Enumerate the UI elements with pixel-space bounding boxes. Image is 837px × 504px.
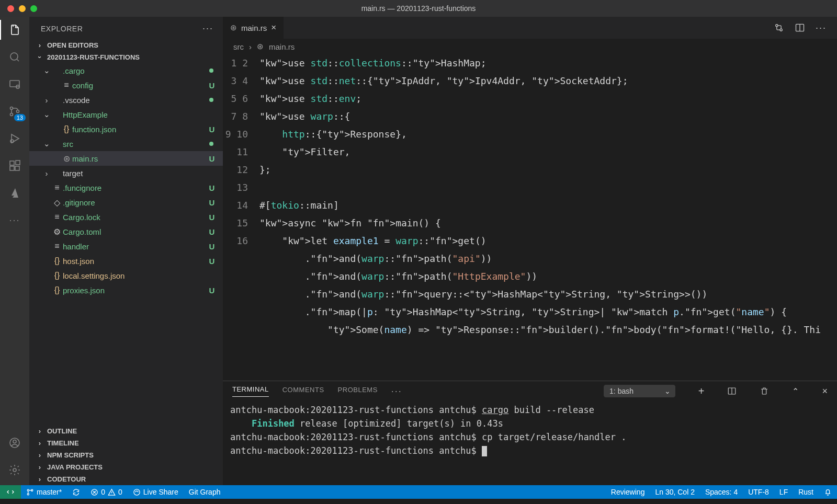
sidebar-title: EXPLORER [41, 25, 83, 33]
terminal-output[interactable]: antchu-macbook:20201123-rust-functions a… [223, 401, 837, 485]
svg-point-19 [27, 493, 29, 495]
file-tree-item[interactable]: ≡configU [29, 78, 223, 93]
errors-warnings[interactable]: 0 0 [85, 485, 128, 499]
split-editor-icon[interactable] [795, 22, 805, 33]
svg-point-22 [134, 489, 140, 495]
tab-label: main.rs [241, 24, 267, 32]
search-icon[interactable] [7, 49, 22, 65]
project-section[interactable]: ›20201123-RUST-FUNCTIONS [29, 51, 223, 63]
tab-main-rs[interactable]: ⊛ main.rs × [223, 17, 284, 39]
file-tree-item[interactable]: ◇.gitignoreU [29, 195, 223, 210]
cursor-position[interactable]: Ln 30, Col 2 [650, 485, 700, 499]
indentation[interactable]: Spaces: 4 [700, 485, 743, 499]
file-tree-item[interactable]: ⌄HttpExample [29, 107, 223, 122]
close-panel-icon[interactable]: × [822, 386, 828, 397]
close-window[interactable] [7, 5, 14, 12]
eol[interactable]: LF [774, 485, 793, 499]
svg-point-3 [10, 107, 13, 110]
svg-point-15 [780, 29, 782, 31]
open-editors-section[interactable]: ›OPEN EDITORS [29, 39, 223, 51]
new-terminal-icon[interactable]: + [698, 385, 705, 397]
sidebar-section[interactable]: ›CODETOUR [29, 473, 223, 485]
code-content[interactable]: "kw">use std::collections::"ty">HashMap;… [259, 54, 837, 381]
breadcrumb-folder[interactable]: src [233, 42, 244, 51]
svg-point-0 [10, 53, 18, 60]
split-terminal-icon[interactable] [727, 386, 737, 396]
remote-indicator[interactable] [0, 485, 21, 499]
reviewing[interactable]: Reviewing [606, 485, 650, 499]
problems-tab[interactable]: PROBLEMS [338, 386, 378, 397]
file-tree: ⌄.cargo≡configU›.vscode⌄HttpExample{}fun… [29, 63, 223, 425]
window-title: main.rs — 20201123-rust-functions [361, 4, 476, 13]
status-bar: master* 0 0 Live Share Git Graph Reviewi… [0, 485, 837, 499]
scm-badge: 13 [14, 114, 26, 121]
sidebar-header: EXPLORER ··· [29, 17, 223, 39]
file-tree-item[interactable]: ⌄src [29, 136, 223, 151]
file-tree-item[interactable]: ⚙Cargo.tomlU [29, 224, 223, 239]
titlebar: main.rs — 20201123-rust-functions [0, 0, 837, 17]
svg-point-18 [27, 489, 29, 491]
sidebar-more-icon[interactable]: ··· [202, 23, 213, 34]
kill-terminal-icon[interactable] [760, 386, 769, 396]
chevron-down-icon: ⌄ [664, 387, 671, 395]
sidebar-section[interactable]: ›JAVA PROJECTS [29, 461, 223, 473]
more-icon[interactable]: ··· [7, 212, 22, 228]
extensions-icon[interactable] [7, 158, 22, 174]
editor-area: ⊛ main.rs × ··· src › ⊛ main.rs 1 2 3 4 … [223, 17, 837, 485]
file-tree-item[interactable]: ›.vscode [29, 93, 223, 107]
rust-file-icon: ⊛ [230, 23, 237, 32]
comments-tab[interactable]: COMMENTS [282, 386, 324, 397]
svg-point-5 [17, 110, 19, 113]
line-numbers: 1 2 3 4 5 6 7 8 9 10 11 12 13 14 15 16 [223, 54, 259, 381]
minimize-window[interactable] [19, 5, 26, 12]
close-tab-icon[interactable]: × [271, 22, 276, 33]
svg-point-12 [13, 440, 16, 443]
file-tree-item[interactable]: {}host.jsonU [29, 254, 223, 268]
svg-point-4 [10, 113, 13, 116]
source-control-icon[interactable]: 13 [7, 104, 22, 119]
live-share[interactable]: Live Share [128, 485, 184, 499]
code-editor[interactable]: 1 2 3 4 5 6 7 8 9 10 11 12 13 14 15 16 "… [223, 54, 837, 381]
file-tree-item[interactable]: {}function.jsonU [29, 122, 223, 136]
language-mode[interactable]: Rust [793, 485, 819, 499]
file-tree-item[interactable]: ≡handlerU [29, 239, 223, 254]
svg-point-14 [776, 25, 778, 27]
explorer-icon[interactable] [7, 22, 22, 38]
svg-point-13 [13, 468, 16, 472]
editor-tabs: ⊛ main.rs × ··· [223, 17, 837, 39]
rust-file-icon: ⊛ [257, 42, 264, 51]
file-tree-item[interactable]: ≡.funcignoreU [29, 180, 223, 195]
sync-icon[interactable] [67, 485, 85, 499]
breadcrumbs[interactable]: src › ⊛ main.rs [223, 39, 837, 54]
main: 13 ··· EXPLORER ··· ›OPEN EDITORS [0, 17, 837, 485]
git-graph[interactable]: Git Graph [184, 485, 226, 499]
remote-explorer-icon[interactable] [7, 76, 22, 92]
breadcrumb-file[interactable]: main.rs [269, 42, 295, 51]
panel-more-icon[interactable]: ··· [391, 386, 402, 397]
azure-icon[interactable] [7, 185, 22, 201]
sidebar-section[interactable]: ›TIMELINE [29, 437, 223, 449]
file-tree-item[interactable]: ›target [29, 166, 223, 180]
svg-rect-7 [10, 161, 14, 165]
run-debug-icon[interactable] [7, 131, 22, 146]
editor-more-icon[interactable]: ··· [816, 22, 827, 33]
git-branch[interactable]: master* [21, 485, 67, 499]
notifications-icon[interactable] [819, 485, 837, 499]
terminal-select[interactable]: 1: bash ⌄ [604, 385, 675, 397]
sidebar: EXPLORER ··· ›OPEN EDITORS ›20201123-RUS… [29, 17, 223, 485]
panel: TERMINAL COMMENTS PROBLEMS ··· 1: bash ⌄… [223, 381, 837, 485]
settings-gear-icon[interactable] [7, 462, 22, 478]
encoding[interactable]: UTF-8 [743, 485, 774, 499]
file-tree-item[interactable]: {}local.settings.json [29, 268, 223, 283]
compare-icon[interactable] [774, 22, 784, 33]
file-tree-item[interactable]: ⌄.cargo [29, 63, 223, 78]
accounts-icon[interactable] [7, 435, 22, 451]
file-tree-item[interactable]: ⊛main.rsU [29, 151, 223, 166]
sidebar-section[interactable]: ›NPM SCRIPTS [29, 449, 223, 461]
sidebar-section[interactable]: ›OUTLINE [29, 425, 223, 437]
terminal-tab[interactable]: TERMINAL [232, 385, 269, 397]
file-tree-item[interactable]: ≡Cargo.lockU [29, 210, 223, 224]
maximize-panel-icon[interactable]: ⌃ [792, 386, 799, 396]
maximize-window[interactable] [30, 5, 37, 12]
file-tree-item[interactable]: {}proxies.jsonU [29, 283, 223, 297]
